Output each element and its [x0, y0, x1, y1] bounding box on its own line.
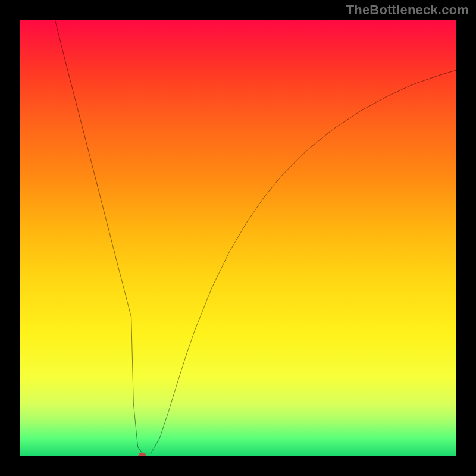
chart-frame: TheBottleneck.com [0, 0, 476, 476]
plot-area [20, 20, 456, 456]
optimal-point-marker [138, 453, 146, 456]
watermark-text: TheBottleneck.com [346, 2, 469, 18]
curve-layer [20, 20, 456, 456]
bottleneck-curve [55, 20, 456, 453]
